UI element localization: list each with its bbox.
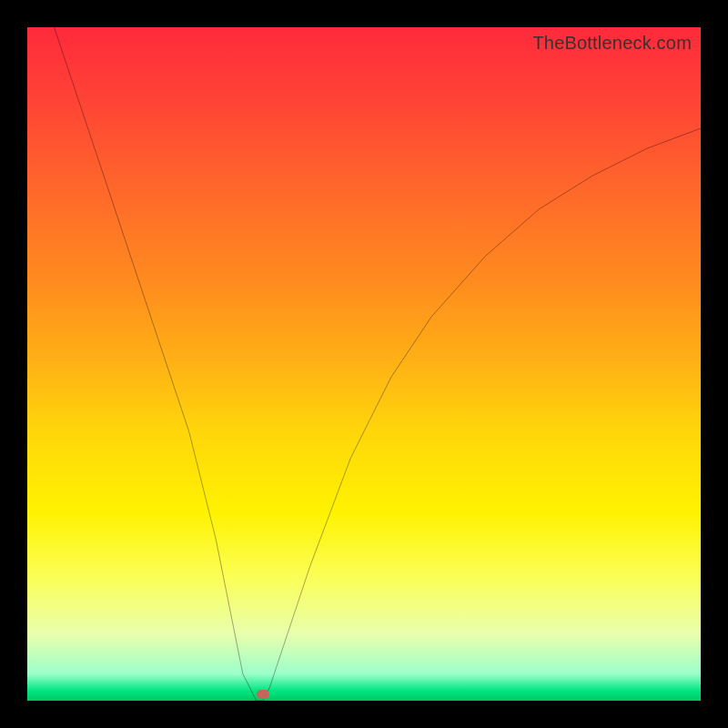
chart-frame: TheBottleneck.com: [0, 0, 728, 728]
bottleneck-curve: [27, 27, 701, 701]
chart-plot-area: TheBottleneck.com: [27, 27, 701, 701]
optimal-marker-icon: [257, 690, 269, 699]
